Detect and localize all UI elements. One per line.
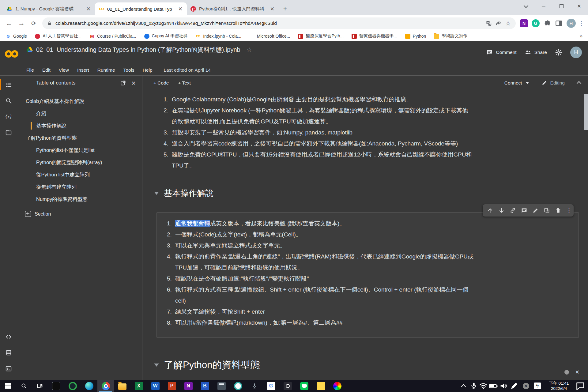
- collapse-section-icon[interactable]: [154, 364, 159, 367]
- voice-recorder-taskbar-button[interactable]: [246, 380, 263, 392]
- rail-search-icon[interactable]: [0, 93, 17, 109]
- tray-volume-icon[interactable]: [499, 380, 508, 392]
- editing-mode-button[interactable]: Editing: [541, 80, 565, 86]
- add-section-button[interactable]: Section: [25, 211, 142, 217]
- bookmark-item[interactable]: 學術論文寫作: [434, 33, 467, 39]
- menu-view[interactable]: View: [59, 67, 69, 73]
- rail-toc-icon[interactable]: [0, 77, 17, 93]
- more-icon[interactable]: ⋮: [566, 207, 569, 214]
- move-up-icon[interactable]: [487, 207, 493, 214]
- forward-button[interactable]: →: [15, 17, 28, 29]
- add-text-button[interactable]: + Text: [178, 80, 191, 86]
- line-app-taskbar-button[interactable]: [296, 380, 312, 392]
- taskbar-search-button[interactable]: [16, 380, 32, 392]
- menu-file[interactable]: File: [26, 67, 34, 73]
- toc-item[interactable]: Python的固定型態陣列(array): [17, 156, 142, 169]
- bookmark-star-icon[interactable]: ☆: [505, 20, 511, 27]
- edit-icon[interactable]: [532, 207, 539, 214]
- start-button[interactable]: [0, 380, 16, 392]
- taskbar-clock[interactable]: 下午 01:41 2022/6/4: [546, 381, 572, 391]
- menu-insert[interactable]: Insert: [77, 67, 89, 73]
- bookmark-item[interactable]: MCourse / PublicCla...: [89, 34, 136, 39]
- calculator-taskbar-button[interactable]: [213, 380, 230, 392]
- browser-tab[interactable]: Python從0到1，快速入門資料科✕: [187, 2, 279, 15]
- bookmark-item[interactable]: Python: [405, 34, 426, 39]
- back-button[interactable]: ←: [3, 17, 15, 29]
- translate-icon[interactable]: [486, 20, 492, 26]
- close-panel-icon[interactable]: ✕: [130, 80, 137, 86]
- legacy-window-taskbar-button[interactable]: [48, 380, 64, 392]
- open-in-new-icon[interactable]: [120, 80, 126, 86]
- connect-button[interactable]: Connect: [504, 80, 529, 86]
- extensions-puzzle-icon[interactable]: [543, 19, 551, 27]
- bookmark-item[interactable]: COIndex.ipynb - Cola...: [195, 34, 241, 39]
- bookmark-item[interactable]: AI 人工智慧學習社...: [35, 33, 81, 39]
- bookmark-item[interactable]: 醫療深度學習Pyth...: [298, 33, 344, 39]
- bookmark-item[interactable]: Cupoy AI 學習社群: [144, 33, 188, 39]
- tray-battery-icon[interactable]: [489, 380, 498, 392]
- rail-variables-icon[interactable]: {x}: [0, 109, 17, 125]
- color-wheel-taskbar-button[interactable]: [329, 380, 345, 392]
- bookmark-item[interactable]: GGoogle: [6, 34, 27, 39]
- recorder-ring-taskbar-button[interactable]: [64, 380, 81, 392]
- browser-tab[interactable]: 1. Numpy - Google 雲端硬碟✕: [3, 2, 95, 15]
- overlay-dot-icon[interactable]: [564, 370, 569, 375]
- grammarly-extension-icon[interactable]: G: [532, 19, 540, 27]
- scrollbar-thumb[interactable]: [584, 94, 588, 130]
- toc-item[interactable]: 基本操作解說: [17, 120, 142, 132]
- tab-close-icon[interactable]: ✕: [86, 6, 91, 12]
- toc-item[interactable]: Numpy的標準資料型態: [17, 193, 142, 205]
- settings-gear-icon[interactable]: [555, 49, 562, 56]
- google-app-taskbar-button[interactable]: G: [263, 380, 279, 392]
- comment-icon[interactable]: [521, 207, 527, 214]
- tray-mic-icon[interactable]: [470, 380, 478, 392]
- powerpoint-taskbar-button[interactable]: P: [164, 380, 180, 392]
- toc-item[interactable]: Colab介紹及基本操作解說: [17, 95, 142, 107]
- colab-avatar[interactable]: H: [570, 47, 582, 58]
- toc-item[interactable]: 從無到有建立陣列: [17, 181, 142, 193]
- toc-item[interactable]: 了解Python的資料型態: [17, 132, 142, 144]
- section-heading-basic-ops[interactable]: 基本操作解說: [154, 188, 588, 199]
- move-down-icon[interactable]: [498, 207, 505, 214]
- notebook-title[interactable]: 02_01_Understanding Data Types in Python…: [36, 46, 240, 54]
- browser-tab[interactable]: CO02_01_Understanding Data Typ✕: [95, 2, 187, 15]
- menu-runtime[interactable]: Runtime: [97, 67, 115, 73]
- menu-help[interactable]: Help: [143, 67, 153, 73]
- rail-editor-icon[interactable]: [0, 345, 17, 361]
- bookmarks-overflow-icon[interactable]: »: [580, 33, 582, 39]
- last-edited-link[interactable]: Last edited on April 14: [164, 67, 211, 73]
- content-scrollbar[interactable]: [584, 76, 588, 380]
- toc-item[interactable]: 介紹: [17, 107, 142, 120]
- selected-text-cell[interactable]: ⋮ 通常我都會轉成英文版本，看起來比較美觀 (說明/查看英文版本)。一個程式(C…: [156, 212, 579, 338]
- tray-wifi-icon[interactable]: [479, 380, 488, 392]
- minimize-button[interactable]: ─: [535, 0, 552, 12]
- new-tab-button[interactable]: +: [281, 4, 290, 13]
- teal-ring-app-taskbar-button[interactable]: [230, 380, 246, 392]
- share-icon[interactable]: [496, 20, 502, 26]
- toc-item[interactable]: 從Python list中建立陣列: [17, 169, 142, 181]
- rail-files-icon[interactable]: [0, 125, 17, 141]
- chrome-browser-taskbar-button[interactable]: [97, 380, 114, 392]
- tab-close-icon[interactable]: ✕: [270, 6, 275, 12]
- excel-taskbar-button[interactable]: X: [130, 380, 147, 392]
- edge-browser-taskbar-button[interactable]: [81, 380, 97, 392]
- bookmark-item[interactable]: 醫療儀器與機器學...: [352, 33, 397, 39]
- reload-button[interactable]: ⟳: [28, 17, 40, 29]
- tray-expand-icon[interactable]: [458, 380, 469, 392]
- tray-pen-icon[interactable]: [509, 380, 519, 392]
- menu-tools[interactable]: Tools: [123, 67, 134, 73]
- toc-item[interactable]: Python的list不僅僅只是list: [17, 144, 142, 156]
- overlay-close-icon[interactable]: ✕: [575, 369, 579, 375]
- action-center-icon[interactable]: [575, 380, 586, 392]
- share-button[interactable]: Share: [525, 49, 547, 56]
- link-icon[interactable]: [510, 207, 516, 214]
- collapse-section-icon[interactable]: [154, 192, 159, 195]
- onenote-extension-icon[interactable]: N: [520, 19, 528, 27]
- browser-menu-icon[interactable]: ⋮: [578, 20, 585, 27]
- close-button[interactable]: ✕: [570, 0, 588, 12]
- bookmark-item[interactable]: Microsoft Office...: [249, 34, 290, 39]
- rail-code-snippets-icon[interactable]: [0, 329, 17, 345]
- rail-terminal-icon[interactable]: [0, 361, 17, 377]
- comment-button[interactable]: Comment: [486, 49, 516, 56]
- restore-button[interactable]: [552, 0, 570, 12]
